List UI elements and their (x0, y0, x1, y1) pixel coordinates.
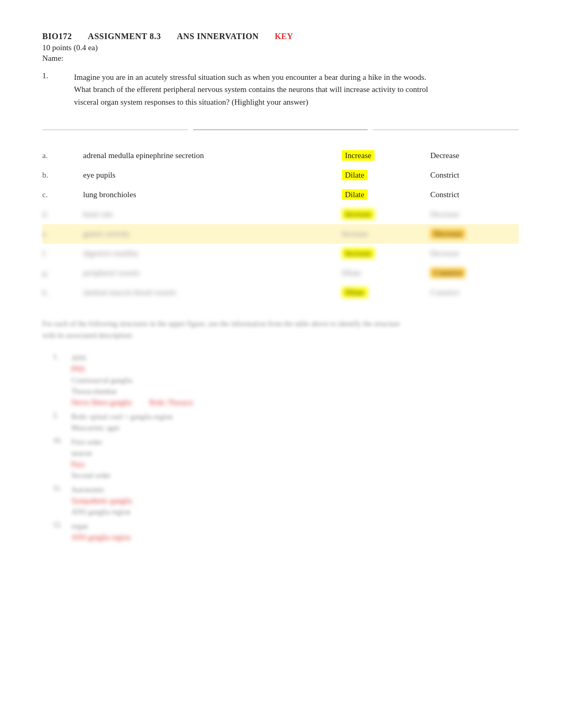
row-letter: d. (42, 205, 83, 224)
row-item: eye pupils (83, 165, 342, 185)
question-text: Imagine you are in an acutely stressful … (74, 71, 433, 108)
choice-highlight: Increase (342, 150, 375, 161)
list-item: 10. First order neuron Para Second order (53, 437, 519, 481)
divider-right (373, 130, 519, 130)
row-letter: h. (42, 283, 83, 302)
section2-intro: For each of the following structures in … (42, 318, 401, 342)
divider-center (193, 130, 368, 130)
row-item: heart rate (83, 205, 342, 224)
choice-highlight-red: Decrease (430, 228, 465, 239)
row-choice1: Increase (342, 205, 431, 224)
choice-highlight: Dilate (342, 170, 368, 180)
row-item: peripheral vessels (83, 263, 342, 283)
table-row: b. eye pupils Dilate Constrict (42, 165, 519, 185)
row-item: gastric activity (83, 224, 342, 244)
row-choice2: Constrict (430, 283, 519, 302)
list-number: 10. (53, 437, 66, 445)
points-line: 10 points (0.4 ea) (42, 43, 519, 52)
course-label: BIO172 (42, 32, 72, 41)
row-item: digestive motility (83, 244, 342, 263)
question-number: 1. (42, 71, 63, 108)
section2-list: 1. ANS PNS Craniosacral ganglia Thoracol… (53, 353, 519, 543)
header-block: BIO172 ASSIGNMENT 8.3 ANS INNERVATION KE… (42, 32, 519, 41)
row-choice1: Increase (342, 224, 431, 244)
list-content: Autonomic Sympathetic ganglia ANS gangli… (71, 484, 132, 518)
choice-highlight: Increase (342, 209, 375, 219)
row-choice1: Increase (342, 146, 431, 165)
table-row: c. lung bronchioles Dilate Constrict (42, 185, 519, 205)
answer-table: a. adrenal medulla epinephrine secretion… (42, 146, 519, 302)
question-1-block: 1. Imagine you are in an acutely stressf… (42, 71, 519, 108)
list-number: 1. (53, 353, 66, 361)
row-choice2: Constrict (430, 185, 519, 205)
choice-highlight-red: Constrict (430, 268, 465, 278)
row-choice2: Decrease (430, 244, 519, 263)
row-item: adrenal medulla epinephrine secretion (83, 146, 342, 165)
row-item: lung bronchioles (83, 185, 342, 205)
list-number: 11. (53, 484, 66, 493)
key-label: KEY (275, 32, 293, 41)
row-choice1: Dilate (342, 185, 431, 205)
row-letter: g. (42, 263, 83, 283)
row-choice1: Dilate (342, 283, 431, 302)
table-row: e. gastric activity Increase Decrease (42, 224, 519, 244)
table-row: g. peripheral vessels Dilate Constrict (42, 263, 519, 283)
row-choice2: Decrease (430, 146, 519, 165)
row-letter: e. (42, 224, 83, 244)
row-choice1: Dilate (342, 263, 431, 283)
table-row: f. digestive motility Increase Decrease (42, 244, 519, 263)
list-content: First order neuron Para Second order (71, 437, 110, 481)
list-item: 12. organ ANS ganglia region (53, 521, 519, 543)
table-row: d. heart rate Increase Decrease (42, 205, 519, 224)
list-content: organ ANS ganglia region (71, 521, 130, 543)
choice-highlight: Dilate (342, 189, 368, 200)
list-number: 2. (53, 411, 66, 420)
row-choice1: Dilate (342, 165, 431, 185)
divider-area (42, 130, 519, 130)
row-choice2: Constrict (430, 263, 519, 283)
assignment-label: ASSIGNMENT 8.3 (88, 32, 161, 41)
name-line: Name: (42, 54, 519, 63)
divider-left (42, 130, 188, 130)
row-letter: c. (42, 185, 83, 205)
choice-highlight: Dilate (342, 287, 368, 298)
list-content: ANS PNS Craniosacral ganglia Thoracolumb… (71, 353, 194, 408)
row-letter: b. (42, 165, 83, 185)
row-choice2: Decrease (430, 205, 519, 224)
list-number: 12. (53, 521, 66, 529)
section2-block: For each of the following structures in … (42, 318, 519, 543)
row-item: skeletal muscle blood vessels (83, 283, 342, 302)
list-item: 11. Autonomic Sympathetic ganglia ANS ga… (53, 484, 519, 518)
choice-highlight: Increase (342, 248, 375, 259)
row-letter: f. (42, 244, 83, 263)
row-choice2: Decrease (430, 224, 519, 244)
list-content: Both: spinal cord + ganglia region Musca… (71, 411, 173, 434)
table-row: a. adrenal medulla epinephrine secretion… (42, 146, 519, 165)
row-letter: a. (42, 146, 83, 165)
list-item: 1. ANS PNS Craniosacral ganglia Thoracol… (53, 353, 519, 408)
row-choice2: Constrict (430, 165, 519, 185)
row-choice1: Increase (342, 244, 431, 263)
topic-label: ANS INNERVATION (177, 32, 259, 41)
list-item: 2. Both: spinal cord + ganglia region Mu… (53, 411, 519, 434)
table-row: h. skeletal muscle blood vessels Dilate … (42, 283, 519, 302)
